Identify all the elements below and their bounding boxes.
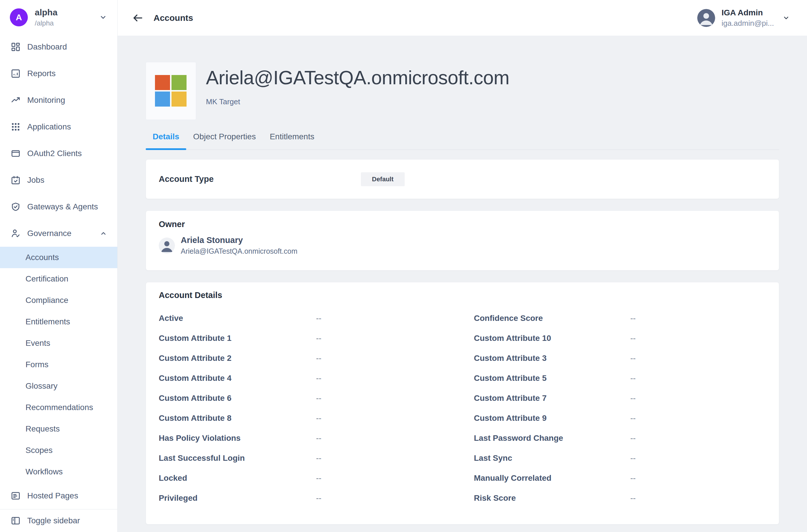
toggle-sidebar-button[interactable]: Toggle sidebar — [0, 509, 117, 532]
workspace-avatar: A — [10, 8, 28, 26]
entity-texts: Ariela@IGATestQA.onmicrosoft.com MK Targ… — [206, 62, 509, 120]
tab-object-properties[interactable]: Object Properties — [186, 132, 263, 149]
sidebar-item-governance[interactable]: Governance — [0, 220, 117, 247]
sidebar-item-gateways-agents[interactable]: Gateways & Agents — [0, 193, 117, 220]
detail-value: -- — [630, 434, 779, 443]
sidebar-item-entitlements[interactable]: Entitlements — [0, 311, 117, 332]
sidebar-item-dashboard[interactable]: Dashboard — [0, 34, 117, 60]
sidebar-item-hosted-pages[interactable]: Hosted Pages — [0, 482, 117, 509]
sidebar-item-label: Hosted Pages — [27, 491, 107, 500]
monitoring-icon — [11, 95, 21, 106]
detail-label: Custom Attribute 9 — [474, 414, 630, 423]
sidebar-item-glossary[interactable]: Glossary — [0, 375, 117, 397]
detail-value: -- — [316, 454, 474, 463]
detail-label: Custom Attribute 2 — [159, 354, 316, 363]
toggle-sidebar-label: Toggle sidebar — [27, 516, 80, 525]
account-title: Ariela@IGATestQA.onmicrosoft.com — [206, 66, 509, 89]
detail-label: Last Sync — [474, 454, 630, 463]
workspace-name: alpha — [35, 7, 99, 17]
sidebar-item-label: Governance — [27, 229, 100, 238]
detail-value: -- — [630, 394, 779, 403]
detail-row: Has Policy Violations -- Last Password C… — [146, 428, 779, 448]
main-area: Accounts IGA Admin iga.admin@pi... — [118, 0, 807, 532]
detail-label: Custom Attribute 8 — [159, 414, 316, 423]
application-logo-box — [146, 62, 196, 120]
applications-icon — [11, 121, 21, 132]
sidebar-item-compliance[interactable]: Compliance — [0, 290, 117, 311]
sidebar-item-accounts[interactable]: Accounts — [0, 247, 117, 268]
detail-row: Active -- Confidence Score -- — [146, 308, 779, 328]
tab-details[interactable]: Details — [146, 132, 186, 149]
detail-label: Custom Attribute 7 — [474, 394, 630, 403]
sidebar-item-label: Reports — [27, 69, 107, 78]
account-type-label: Account Type — [146, 174, 214, 184]
sidebar-item-forms[interactable]: Forms — [0, 354, 117, 375]
detail-value: -- — [316, 493, 474, 503]
tab-entitlements[interactable]: Entitlements — [263, 132, 321, 149]
entity-header: Ariela@IGATestQA.onmicrosoft.com MK Targ… — [146, 62, 779, 120]
tabs-bar: Details Object Properties Entitlements — [146, 132, 779, 150]
account-type-badge: Default — [361, 172, 405, 186]
detail-label: Last Successful Login — [159, 454, 316, 463]
detail-value: -- — [316, 434, 474, 443]
sidebar-item-scopes[interactable]: Scopes — [0, 440, 117, 461]
detail-value: -- — [316, 314, 474, 323]
sidebar-subitem-label: Scopes — [25, 446, 52, 455]
detail-row: Custom Attribute 8 -- Custom Attribute 9… — [146, 408, 779, 428]
owner-name: Ariela Stonuary — [181, 235, 298, 245]
sidebar-item-oauth2-clients[interactable]: OAuth2 Clients — [0, 140, 117, 167]
sidebar-item-label: Dashboard — [27, 42, 107, 52]
user-menu[interactable]: IGA Admin iga.admin@pi... — [697, 8, 790, 28]
detail-value: -- — [630, 493, 779, 503]
account-subtitle: MK Target — [206, 97, 509, 106]
sidebar-subitem-label: Entitlements — [25, 317, 70, 326]
user-avatar — [697, 9, 715, 27]
detail-value: -- — [316, 474, 474, 483]
sidebar-subitem-label: Requests — [25, 424, 60, 434]
owner-heading: Owner — [159, 220, 766, 229]
detail-row: Custom Attribute 2 -- Custom Attribute 3… — [146, 348, 779, 368]
detail-value: -- — [630, 454, 779, 463]
detail-value: -- — [630, 314, 779, 323]
detail-row: Locked -- Manually Correlated -- — [146, 468, 779, 488]
sidebar-item-jobs[interactable]: Jobs — [0, 167, 117, 193]
detail-label: Risk Score — [474, 493, 630, 503]
detail-value: -- — [316, 354, 474, 363]
sidebar-item-certification[interactable]: Certification — [0, 268, 117, 290]
chevron-down-icon — [783, 15, 790, 21]
ms-logo-green-square — [171, 75, 187, 90]
detail-value: -- — [316, 334, 474, 343]
sidebar-item-events[interactable]: Events — [0, 332, 117, 354]
account-type-card: Account Type Default — [146, 159, 779, 199]
page-title: Accounts — [153, 13, 193, 23]
detail-value: -- — [630, 374, 779, 383]
sidebar-item-workflows[interactable]: Workflows — [0, 461, 117, 482]
detail-row: Last Successful Login -- Last Sync -- — [146, 448, 779, 468]
workspace-path: /alpha — [35, 19, 99, 27]
detail-label: Custom Attribute 10 — [474, 334, 630, 343]
sidebar-item-reports[interactable]: Reports — [0, 60, 117, 87]
sidebar-item-applications[interactable]: Applications — [0, 114, 117, 140]
chevron-down-icon — [99, 14, 107, 21]
sidebar-item-monitoring[interactable]: Monitoring — [0, 87, 117, 114]
detail-label: Confidence Score — [474, 314, 630, 323]
sidebar-item-label: OAuth2 Clients — [27, 149, 107, 158]
account-details-heading: Account Details — [146, 290, 779, 300]
workspace-switcher[interactable]: A alpha /alpha — [0, 0, 117, 31]
detail-label: Custom Attribute 4 — [159, 374, 316, 383]
detail-value: -- — [630, 414, 779, 423]
detail-label: Last Password Change — [474, 434, 630, 443]
detail-label: Privileged — [159, 493, 316, 503]
jobs-icon — [11, 175, 21, 185]
sidebar-item-recommendations[interactable]: Recommendations — [0, 397, 117, 418]
ms-logo-red-square — [155, 75, 170, 90]
back-arrow-icon[interactable] — [132, 12, 144, 24]
sidebar-item-label: Applications — [27, 122, 107, 132]
account-details-card: Account Details Active -- Confidence Sco… — [146, 282, 779, 525]
workspace-names: alpha /alpha — [35, 7, 99, 27]
owner-row[interactable]: Ariela Stonuary Ariela@IGATestQA.onmicro… — [159, 235, 766, 255]
microsoft-logo-icon — [155, 75, 187, 107]
sidebar-item-requests[interactable]: Requests — [0, 418, 117, 440]
detail-value: -- — [630, 354, 779, 363]
detail-value: -- — [316, 414, 474, 423]
